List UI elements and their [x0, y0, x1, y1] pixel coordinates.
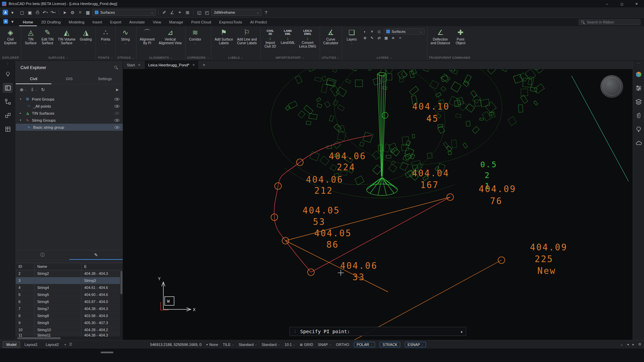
close-tab-icon[interactable]: ✕: [138, 63, 141, 67]
layers-button[interactable]: ❏ Layers ⌄: [344, 27, 360, 44]
close-tab-icon[interactable]: ✕: [193, 63, 195, 67]
grid-toggle[interactable]: ▦GRID: [300, 343, 313, 347]
ortho-toggle[interactable]: ORTHO: [336, 343, 350, 347]
table-row[interactable]: 3String3404.38 - 404.3: [16, 277, 123, 284]
tab-expresstools[interactable]: ExpressTools: [215, 19, 246, 26]
visibility-eye-icon[interactable]: [114, 97, 119, 102]
drawing-viewport[interactable]: 404.10 45 404.06 224 404.06 212 404.04 1…: [123, 61, 633, 340]
tile-mode-dropdown[interactable]: TILE⌄: [223, 343, 234, 347]
maximize-button[interactable]: ◻: [614, 0, 629, 7]
table-horizontal-scrollbar[interactable]: [16, 337, 123, 340]
tree-item-tin-surfaces[interactable]: ▸ ◮ TIN Surfaces: [16, 110, 123, 117]
layer-new-icon[interactable]: ⊕: [363, 36, 368, 40]
tree-item-basic-string-group[interactable]: ∿ Basic string group: [16, 124, 123, 131]
render-balloon-icon[interactable]: [634, 125, 643, 134]
application-menu-button[interactable]: A ▾: [3, 9, 16, 16]
curve-calculator-button[interactable]: ∡ Curve Calculator: [322, 27, 340, 45]
model-tab[interactable]: Model: [3, 341, 20, 348]
chevron-down-icon[interactable]: ▾: [54, 11, 56, 14]
text-style-dropdown[interactable]: Standard⌄: [238, 343, 257, 347]
table-vertical-scrollbar[interactable]: [120, 270, 123, 337]
doc-tab-leica-heerbrugg-pond[interactable]: Leica Heerbrugg_Pond* ✕: [145, 61, 199, 69]
alignment-segment[interactable]: [285, 197, 450, 241]
tree-item-string-groups[interactable]: ▾ ∿ String Groups: [16, 117, 123, 124]
ribbon-search-box[interactable]: [579, 19, 641, 25]
chevron-down-icon[interactable]: ▾: [47, 11, 48, 14]
layer-states-icon[interactable]: ▦: [384, 36, 389, 40]
chevron-down-icon[interactable]: ⌄: [620, 342, 623, 347]
current-layer-dropdown[interactable]: Surfaces ⌄: [92, 9, 156, 16]
properties-sliders-icon[interactable]: [634, 84, 643, 93]
table-row[interactable]: 11String11404.38 - 404.3: [16, 334, 123, 337]
status-settings-icon[interactable]: ⚙: [638, 342, 641, 347]
layout-list-icon[interactable]: ☰: [68, 342, 73, 347]
vertical-alignment-view-button[interactable]: ⊿ Vertical Alignment View: [157, 27, 183, 45]
tab-manage[interactable]: Manage: [165, 19, 187, 26]
search-icon[interactable]: [114, 66, 118, 69]
command-line[interactable]: ⋮ Specify PI point: ▲: [289, 327, 466, 336]
tin-surface-button[interactable]: ◬ TIN Surface: [23, 27, 39, 45]
add-line-and-curve-labels-button[interactable]: ⚐ Add Line and Curve Labels: [235, 27, 259, 45]
view-navigation-compass[interactable]: [600, 75, 623, 98]
layout2-tab[interactable]: Layout2: [42, 341, 62, 348]
civil-explorer-button[interactable]: ◈ Civil Explorer: [2, 27, 18, 45]
visual-style-dropdown[interactable]: 2dWireframe ⌄: [211, 9, 262, 16]
new-tab-button[interactable]: +: [199, 61, 209, 69]
pick-in-drawing-button[interactable]: ➤: [115, 87, 119, 92]
tab-modeling[interactable]: Modeling: [65, 19, 88, 26]
layer-edit-icon[interactable]: ✎: [370, 36, 375, 40]
layers-panel-layer-dropdown[interactable]: Surfaces ⌄: [384, 28, 425, 35]
components-icon[interactable]: [3, 110, 13, 120]
layers-stack-icon[interactable]: [634, 98, 643, 106]
points-button[interactable]: ∴ Points ⌄: [98, 27, 114, 44]
tab-home[interactable]: Home: [19, 19, 37, 26]
layer-iso-icon[interactable]: ⌗: [398, 36, 403, 40]
import-button[interactable]: ⇩⌄: [31, 87, 37, 92]
add-item-button[interactable]: ⊕⌄: [20, 87, 26, 92]
landxml-button[interactable]: LAND XML ⇩ LandXML: [279, 27, 297, 45]
expand-command-history-icon[interactable]: ▲: [461, 330, 463, 333]
visibility-eye-icon[interactable]: [114, 118, 119, 123]
edit-tin-surface-button[interactable]: ✎ Edit TIN Surface: [40, 27, 56, 45]
tips-bulb-icon[interactable]: [3, 69, 13, 79]
open-file-icon[interactable]: ▣: [26, 9, 33, 16]
corridor-button[interactable]: ≋ Corridor ⌄: [187, 27, 203, 44]
cursor-tool-icon[interactable]: ➤: [61, 9, 68, 16]
expander-closed-icon[interactable]: ▸: [20, 112, 23, 115]
panels-icon[interactable]: [3, 83, 13, 93]
target-icon[interactable]: ⌖: [176, 9, 183, 16]
close-button[interactable]: ✕: [629, 0, 644, 7]
expander-open-icon[interactable]: ▾: [20, 119, 23, 122]
table-row[interactable]: 6String6403.87 - 404.0: [16, 298, 123, 305]
dim-style-dropdown[interactable]: Standard⌄: [262, 343, 280, 347]
tab-settings[interactable]: Settings: [87, 74, 123, 84]
deflection-and-distance-button[interactable]: ∠ Deflection and Distance: [429, 27, 452, 45]
grid-tool-icon[interactable]: ⊞: [184, 9, 191, 16]
layer-print-icon[interactable]: ⎙: [377, 29, 382, 34]
annotation-scale-dropdown[interactable]: 10:1⌄: [284, 343, 295, 347]
tab-civil[interactable]: Civil: [16, 74, 51, 84]
save-icon[interactable]: ⎙: [34, 9, 41, 16]
help-icon[interactable]: ?: [263, 9, 269, 16]
layer-swap-icon[interactable]: ⇄: [377, 36, 382, 40]
table-row[interactable]: 7String7404.38 - 404.3: [16, 305, 123, 312]
edit-grid-tab[interactable]: ✎: [69, 250, 123, 260]
scroll-left-icon[interactable]: ◂: [627, 342, 629, 347]
table-row[interactable]: 10String10404.28 - 404.2: [16, 326, 123, 334]
lineweight-toggle[interactable]: ●None: [206, 343, 218, 347]
tab-insert[interactable]: Insert: [89, 19, 106, 26]
ribbon-app-button[interactable]: A ▾: [3, 18, 16, 26]
visibility-eye-icon[interactable]: [114, 104, 119, 109]
tab-annotate[interactable]: Annotate: [126, 19, 149, 26]
point-object-button[interactable]: ✚ Point Object: [452, 27, 469, 45]
refresh-button[interactable]: ↻: [41, 87, 45, 92]
layer-merge-icon[interactable]: ≋: [391, 36, 396, 40]
snap-toggle[interactable]: SNAP⌄: [318, 343, 331, 347]
string-button[interactable]: ∿ String ⌄: [117, 27, 133, 44]
visibility-eye-icon[interactable]: [114, 125, 119, 130]
import-civil-3d-button[interactable]: CIVIL 3D ⇩ Import Civil 3D: [262, 27, 278, 48]
tree-item-all-points[interactable]: ∷ _All points: [16, 103, 123, 110]
table-row[interactable]: 4String4404.61 - 404.6: [16, 284, 123, 291]
strack-toggle[interactable]: STRACK: [380, 342, 400, 347]
visibility-eye-off-icon[interactable]: [114, 111, 119, 116]
